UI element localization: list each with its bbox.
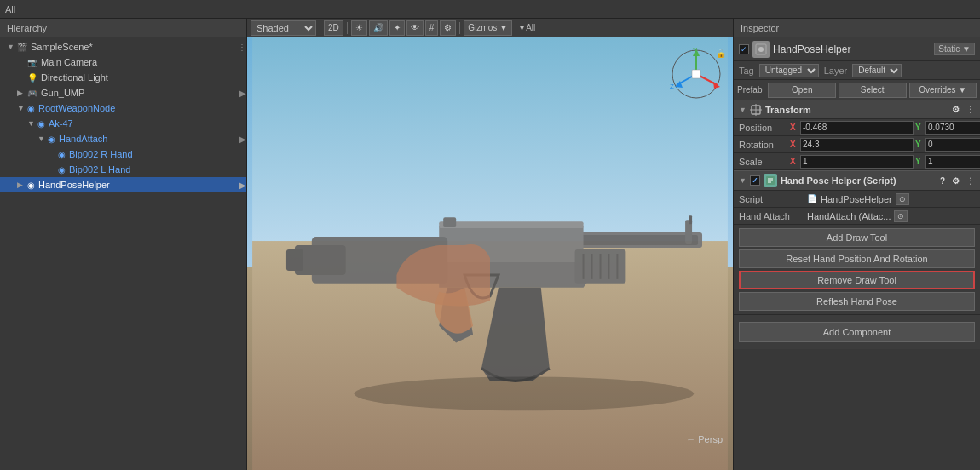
hierarchy-item-directional-light[interactable]: 💡 Directional Light — [0, 70, 246, 85]
scale-row: Scale X Y Z — [734, 153, 980, 170]
rot-x-input[interactable] — [800, 138, 914, 152]
hierarchy-item-hand-pose-helper[interactable]: ▶ ◉ HandPoseHelper ▶ — [0, 177, 246, 192]
scale-x-field: X — [790, 155, 914, 169]
open-button[interactable]: Open — [768, 83, 836, 98]
active-checkbox[interactable]: ✓ — [739, 44, 749, 54]
gizmos-button[interactable]: Gizmos ▼ — [464, 20, 512, 36]
object-icon — [752, 41, 770, 58]
more-icon[interactable]: ▶ — [239, 135, 246, 144]
position-label: Position — [739, 123, 790, 133]
hierarchy-item-gun-ump[interactable]: ▶ 🎮 Gun_UMP ▶ — [0, 85, 246, 100]
script-icon-svg — [765, 175, 775, 186]
scale-label: Scale — [739, 157, 790, 167]
grid-toggle[interactable]: # — [425, 20, 439, 36]
hidden-toggle[interactable]: 👁 — [406, 20, 424, 36]
audio-toggle[interactable]: 🔊 — [369, 20, 388, 36]
hierarchy-item-bip002-r-hand[interactable]: ◉ Bip002 R Hand — [0, 146, 246, 162]
pos-y-input[interactable] — [925, 121, 980, 135]
component-buttons: Add Draw Tool Reset Hand Position And Ro… — [734, 225, 980, 314]
hierarchy-item-hand-attach[interactable]: ▼ ◉ HandAttach ▶ — [0, 131, 246, 146]
svg-text:Z: Z — [670, 83, 674, 90]
rot-x-field: X — [790, 138, 914, 152]
more-icon[interactable]: ▶ — [239, 181, 246, 190]
tools-toggle[interactable]: ⚙ — [440, 20, 456, 36]
scale-y-input[interactable] — [925, 155, 980, 169]
item-label: Ak-47 — [49, 118, 73, 129]
pos-x-input[interactable] — [800, 121, 914, 135]
file-icon: 📄 — [807, 194, 817, 203]
settings-icon[interactable]: ⚙ — [952, 105, 960, 114]
select-button[interactable]: Select — [839, 83, 907, 98]
remove-draw-tool-button[interactable]: Remove Draw Tool — [739, 271, 975, 289]
overrides-button[interactable]: Overrides ▼ — [909, 83, 977, 98]
reflesh-hand-label: Reflesh Hand Pose — [816, 296, 897, 307]
open-label: Open — [792, 85, 812, 95]
add-component-area: Add Component — [734, 314, 980, 349]
add-draw-tool-button[interactable]: Add Draw Tool — [739, 228, 975, 247]
pos-y-field: Y — [915, 121, 980, 135]
inspector-content: ✓ HandPoseHelper Static ▼ Tag Untagged — [734, 37, 980, 470]
shading-select[interactable]: Shaded Wireframe — [251, 20, 316, 36]
handpose-title: Hand Pose Helper (Script) — [781, 175, 896, 186]
arrow-icon: ▼ — [17, 104, 27, 112]
item-label: Bip002 R Hand — [69, 149, 133, 159]
more-icon[interactable]: ▶ — [239, 89, 246, 98]
arrow-icon: ▼ — [27, 119, 37, 128]
handpose-section-header[interactable]: ▼ ✓ Hand Pose Helper (Script) ? ⚙ ⋮ — [734, 170, 980, 191]
svg-text:🔒: 🔒 — [716, 48, 726, 59]
object-name[interactable]: HandPoseHelper — [773, 43, 931, 55]
item-label: HandAttach — [59, 134, 107, 144]
more-icon[interactable]: ⋮ — [238, 43, 246, 52]
script-select-btn[interactable]: ⊙ — [896, 193, 909, 205]
inspector-panel: Inspector ✓ HandPoseHelper Static ▼ — [733, 19, 980, 470]
reset-hand-button[interactable]: Reset Hand Position And Rotation — [739, 249, 975, 268]
2d-button[interactable]: 2D — [324, 20, 343, 36]
hierarchy-item-samplescene[interactable]: ▼ 🎬 SampleScene* ⋮ — [0, 39, 246, 54]
scene-view[interactable]: Shaded Wireframe 2D ☀ 🔊 ✦ 👁 # ⚙ Gizmos ▼… — [247, 19, 733, 470]
menu-icon[interactable]: ⋮ — [966, 176, 975, 186]
pos-x-field: X — [790, 121, 914, 135]
hierarchy-item-root-weapon-node[interactable]: ▼ ◉ RootWeaponNode — [0, 100, 246, 116]
tag-select[interactable]: Untagged — [759, 64, 819, 77]
scene-gizmo[interactable]: Y Z 🔒 — [666, 44, 726, 104]
overrides-label: Overrides ▼ — [919, 85, 966, 95]
help-icon[interactable]: ? — [940, 176, 945, 186]
rot-y-input[interactable] — [925, 138, 980, 152]
light-toggle[interactable]: ☀ — [351, 20, 367, 36]
hierarchy-item-main-camera[interactable]: 📷 Main Camera — [0, 54, 246, 70]
top-bar-label: All — [5, 4, 15, 14]
arrow-icon: ▶ — [17, 89, 27, 97]
top-bar: All — [0, 0, 980, 19]
svg-rect-9 — [286, 249, 303, 271]
arrow-icon: ▶ — [17, 181, 27, 189]
scale-x-input[interactable] — [800, 155, 914, 169]
item-label: SampleScene* — [31, 42, 93, 52]
hand-attach-select-btn[interactable]: ⊙ — [894, 210, 908, 222]
transform-section-header[interactable]: ▼ Transform ⚙ ⋮ — [734, 100, 980, 119]
hierarchy-item-bip002-l-hand[interactable]: ◉ Bip002 L Hand — [0, 162, 246, 177]
hierarchy-item-ak47[interactable]: ▼ ◉ Ak-47 — [0, 116, 246, 131]
tag-label: Tag — [739, 66, 754, 76]
layer-select[interactable]: Default — [852, 64, 902, 77]
reflesh-hand-pose-button[interactable]: Reflesh Hand Pose — [739, 292, 975, 311]
prefab-action-row: Prefab Open Select Overrides ▼ — [734, 80, 980, 100]
menu-icon[interactable]: ⋮ — [966, 105, 975, 114]
prefab-icon: ◉ — [48, 135, 55, 144]
position-row: Position X Y Z — [734, 119, 980, 136]
reset-hand-label: Reset Hand Position And Rotation — [786, 254, 927, 264]
prefab-icon: ◉ — [37, 119, 45, 129]
select-label: Select — [861, 85, 885, 95]
effects-toggle[interactable]: ✦ — [389, 20, 405, 36]
object-icon: ◉ — [58, 165, 66, 175]
item-label: RootWeaponNode — [38, 103, 115, 113]
prefab-label: Prefab — [737, 85, 762, 95]
hierarchy-header: Hierarchy — [0, 19, 246, 37]
add-component-button[interactable]: Add Component — [739, 322, 975, 342]
svg-rect-6 — [689, 215, 692, 224]
script-active-checkbox[interactable]: ✓ — [750, 175, 760, 186]
settings-icon[interactable]: ⚙ — [952, 176, 960, 186]
static-badge[interactable]: Static ▼ — [934, 43, 975, 55]
gizmo-svg: Y Z 🔒 — [666, 44, 726, 104]
main-area: Hierarchy ▼ 🎬 SampleScene* ⋮ 📷 Main Came… — [0, 19, 980, 470]
prefab-icon: ◉ — [27, 181, 35, 190]
